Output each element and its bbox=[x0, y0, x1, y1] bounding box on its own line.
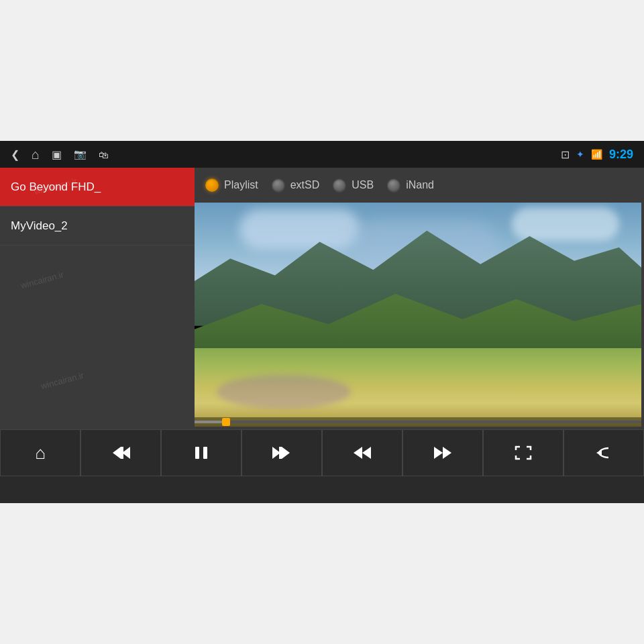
playlist-item-2-label: MyVideo_2 bbox=[11, 219, 68, 233]
tab-playlist[interactable]: Playlist bbox=[205, 178, 258, 192]
playlist-item-1-label: Go Beyond FHD_ bbox=[11, 180, 101, 194]
playlist-item-1[interactable]: Go Beyond FHD_ bbox=[0, 168, 195, 207]
playlist-item-2[interactable]: MyVideo_2 bbox=[0, 207, 195, 246]
tab-label-usb: USB bbox=[352, 179, 374, 191]
bluetooth-icon: ✦ bbox=[576, 149, 584, 160]
fullscreen-btn[interactable] bbox=[483, 429, 564, 476]
progress-thumb[interactable] bbox=[222, 418, 230, 426]
source-tabs: Playlist extSD USB iNand bbox=[195, 168, 644, 203]
svg-marker-0 bbox=[113, 447, 121, 459]
svg-marker-7 bbox=[282, 447, 290, 459]
svg-marker-12 bbox=[596, 449, 602, 456]
back-icon[interactable]: ❮ bbox=[11, 148, 19, 161]
tab-label-playlist: Playlist bbox=[224, 179, 258, 191]
tab-extsd[interactable]: extSD bbox=[272, 178, 320, 192]
home-btn[interactable]: ⌂ bbox=[0, 429, 80, 476]
svg-marker-11 bbox=[443, 447, 451, 459]
svg-rect-6 bbox=[279, 447, 282, 459]
pause-btn[interactable] bbox=[161, 429, 241, 476]
tab-dot-usb bbox=[333, 178, 346, 192]
device-frame: wincairan.ir wincairan.ir wincairan.ir w… bbox=[0, 141, 644, 503]
video-area bbox=[195, 203, 641, 427]
cast-icon: ⊡ bbox=[561, 148, 570, 161]
home-icon[interactable]: ⌂ bbox=[32, 147, 40, 162]
svg-rect-3 bbox=[195, 447, 199, 459]
mountain-scene bbox=[195, 203, 641, 427]
status-bar: ❮ ⌂ ▣ 📷 🛍 ⊡ ✦ 📶 9:29 bbox=[0, 141, 644, 168]
recents-icon[interactable]: ▣ bbox=[52, 148, 62, 161]
cloud3 bbox=[512, 207, 619, 241]
svg-marker-10 bbox=[434, 447, 443, 459]
flowers bbox=[217, 375, 351, 409]
prev-btn[interactable] bbox=[80, 429, 161, 476]
controls-bar: ⌂ bbox=[0, 429, 644, 476]
back-ctrl-btn[interactable] bbox=[564, 429, 644, 476]
tab-usb[interactable]: USB bbox=[333, 178, 374, 192]
svg-marker-9 bbox=[362, 447, 371, 459]
nav-icons: ❮ ⌂ ▣ 📷 🛍 bbox=[11, 147, 109, 162]
next-btn[interactable] bbox=[241, 429, 322, 476]
right-panel: Playlist extSD USB iNand bbox=[195, 168, 644, 429]
main-content: Go Beyond FHD_ MyVideo_2 Playlist extSD bbox=[0, 168, 644, 429]
tab-label-extsd: extSD bbox=[290, 179, 320, 191]
tab-inand[interactable]: iNand bbox=[387, 178, 434, 192]
progress-bar-area[interactable] bbox=[195, 417, 641, 427]
tab-label-inand: iNand bbox=[406, 179, 434, 191]
tab-dot-inand bbox=[387, 178, 400, 192]
tab-dot-extsd bbox=[272, 178, 285, 192]
cloud1 bbox=[239, 209, 360, 250]
camera-icon[interactable]: 📷 bbox=[74, 148, 87, 160]
tab-dot-playlist bbox=[205, 178, 219, 192]
svg-marker-8 bbox=[354, 447, 362, 459]
wifi-icon: 📶 bbox=[591, 149, 602, 160]
progress-fill bbox=[195, 421, 226, 423]
svg-rect-4 bbox=[203, 447, 207, 459]
progress-track[interactable] bbox=[195, 421, 641, 423]
bag-icon[interactable]: 🛍 bbox=[99, 149, 109, 160]
rewind-btn[interactable] bbox=[322, 429, 402, 476]
playlist-sidebar: Go Beyond FHD_ MyVideo_2 bbox=[0, 168, 195, 429]
fastforward-btn[interactable] bbox=[402, 429, 483, 476]
status-right: ⊡ ✦ 📶 9:29 bbox=[561, 148, 633, 162]
time-display: 9:29 bbox=[609, 148, 633, 162]
